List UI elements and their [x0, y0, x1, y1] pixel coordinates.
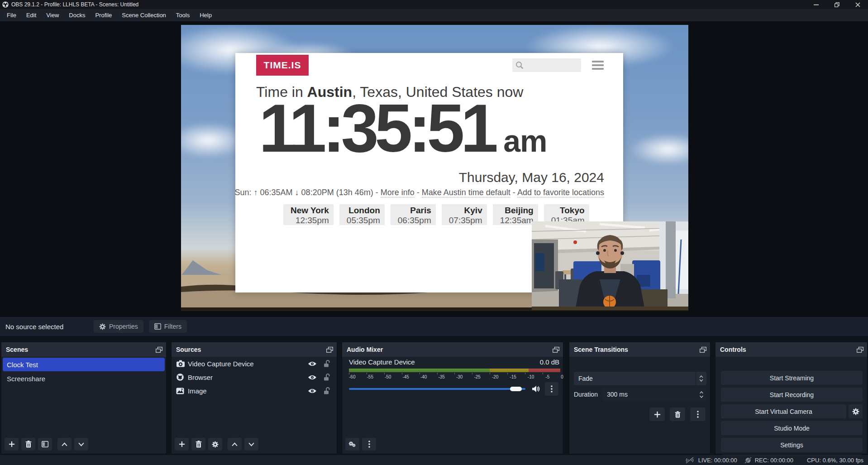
current-time: 11:35:51 am — [259, 93, 547, 164]
properties-button[interactable]: Properties — [94, 320, 143, 333]
mixer-channel-menu-button[interactable] — [545, 382, 558, 396]
start-recording-button[interactable]: Start Recording — [721, 388, 863, 402]
cloud — [630, 134, 688, 165]
timeis-logo: TIME.IS — [256, 55, 309, 76]
volume-meter — [349, 369, 560, 372]
speaker-icon[interactable] — [532, 385, 540, 393]
scene-transitions-panel: Scene Transitions Fade Duration 300 ms — [569, 342, 711, 454]
duration-spinbox[interactable]: 300 ms — [602, 388, 706, 401]
volume-slider[interactable] — [349, 388, 525, 390]
city-box: Beijing12:35am — [493, 204, 538, 225]
gear-icon — [852, 408, 859, 415]
titlebar: OBS 29.1.2 - Profile: LLHLS BETA - Scene… — [0, 0, 868, 9]
city-box: London05:35pm — [339, 204, 385, 225]
obs-logo-icon — [2, 1, 9, 8]
plus-icon — [654, 411, 661, 418]
add-source-button[interactable] — [175, 438, 189, 451]
transition-select[interactable]: Fade — [574, 372, 706, 385]
scene-filters-button[interactable] — [38, 438, 52, 451]
source-row-video-capture[interactable]: Video Capture Device — [172, 357, 337, 370]
menu-view[interactable]: View — [41, 10, 64, 21]
restore-icon — [835, 2, 839, 7]
advanced-audio-button[interactable] — [345, 438, 359, 451]
statusbar: LIVE: 00:00:00 REC: 00:00:00 CPU: 0.6%, … — [0, 455, 868, 465]
gear-icon — [99, 323, 106, 330]
search-input — [512, 58, 581, 72]
sources-panel-header: Sources — [172, 342, 337, 357]
sources-panel: Sources Video Capture Device Browser Ima… — [171, 342, 337, 454]
scenes-panel-header: Scenes — [1, 342, 166, 357]
filter-icon — [154, 323, 161, 330]
time-value: 11:35:51 — [259, 93, 494, 164]
scene-item-screenshare[interactable]: Screenshare — [1, 372, 166, 385]
close-button[interactable] — [847, 0, 868, 9]
gear-icon — [212, 441, 219, 448]
close-icon — [855, 2, 860, 7]
popout-icon[interactable] — [326, 347, 333, 353]
selected-source-status: No source selected — [5, 323, 94, 331]
start-virtual-camera-button[interactable]: Start Virtual Camera — [721, 404, 846, 418]
lock-icon[interactable] — [324, 374, 330, 381]
visibility-eye-icon[interactable] — [308, 388, 317, 394]
lock-icon[interactable] — [324, 360, 330, 367]
source-row-image[interactable]: Image — [172, 384, 337, 398]
minimize-button[interactable] — [806, 0, 826, 9]
menu-scene-collection[interactable]: Scene Collection — [117, 10, 171, 21]
controls-header: Controls — [715, 342, 867, 357]
menu-profile[interactable]: Profile — [90, 10, 117, 21]
settings-button[interactable]: Settings — [721, 438, 863, 452]
audio-mixer-body: Video Capture Device 0.0 dB -60-55-50-45… — [342, 357, 563, 454]
plus-icon — [9, 441, 15, 447]
spin-down-icon[interactable] — [699, 395, 704, 398]
source-row-browser[interactable]: Browser — [172, 370, 337, 384]
add-favorite-link: Add to favorite locations — [517, 188, 604, 197]
filters-button[interactable]: Filters — [149, 320, 187, 333]
virtual-camera-settings-button[interactable] — [849, 404, 863, 418]
scene-move-up-button[interactable] — [57, 438, 72, 451]
popout-icon[interactable] — [553, 347, 559, 353]
kebab-icon — [551, 385, 553, 393]
scenes-list: Clock Test Screenshare — [1, 357, 166, 454]
spin-up-icon[interactable] — [699, 391, 704, 394]
live-time: LIVE: 00:00:00 — [698, 457, 737, 464]
minimize-icon — [814, 4, 819, 5]
menu-file[interactable]: File — [2, 10, 21, 21]
remove-source-button[interactable] — [191, 438, 205, 451]
start-streaming-button[interactable]: Start Streaming — [721, 371, 863, 385]
studio-mode-button[interactable]: Studio Mode — [721, 421, 863, 435]
menu-tools[interactable]: Tools — [171, 10, 195, 21]
maximize-button[interactable] — [826, 0, 847, 9]
popout-icon[interactable] — [156, 347, 162, 353]
transition-menu-button[interactable] — [690, 407, 706, 421]
source-move-up-button[interactable] — [228, 438, 242, 451]
audio-mixer-header: Audio Mixer — [342, 342, 563, 357]
mixer-menu-button[interactable] — [362, 438, 376, 451]
remove-scene-button[interactable] — [21, 438, 35, 451]
chevron-down-icon — [248, 442, 255, 446]
add-scene-button[interactable] — [5, 438, 19, 451]
lock-icon[interactable] — [324, 387, 330, 394]
filter-icon — [42, 441, 48, 447]
menu-docks[interactable]: Docks — [64, 10, 90, 21]
city-box: New York12:35pm — [283, 204, 334, 225]
scene-move-down-button[interactable] — [74, 438, 88, 451]
trash-icon — [196, 441, 202, 448]
volume-slider-handle[interactable] — [510, 387, 522, 391]
remove-transition-button[interactable] — [670, 407, 685, 421]
sun-info-line: Sun: ↑ 06:35AM ↓ 08:20PM (13h 46m) - Mor… — [235, 188, 604, 197]
webcam-scene — [532, 221, 688, 310]
source-move-down-button[interactable] — [244, 438, 258, 451]
popout-icon[interactable] — [857, 347, 863, 353]
add-transition-button[interactable] — [649, 407, 665, 421]
menu-edit[interactable]: Edit — [21, 10, 41, 21]
preview-canvas[interactable]: TIME.IS Time in Austin, Texas, United St… — [181, 25, 688, 311]
popout-icon[interactable] — [700, 347, 706, 353]
visibility-eye-icon[interactable] — [308, 374, 317, 380]
source-properties-button[interactable] — [208, 438, 222, 451]
mixer-channel-name: Video Capture Device — [349, 358, 415, 366]
visibility-eye-icon[interactable] — [308, 361, 317, 367]
trash-icon — [25, 441, 32, 448]
mixer-db-value[interactable]: 0.0 dB — [540, 358, 559, 366]
menu-help[interactable]: Help — [195, 10, 217, 21]
scene-item-clock-test[interactable]: Clock Test — [3, 358, 165, 371]
